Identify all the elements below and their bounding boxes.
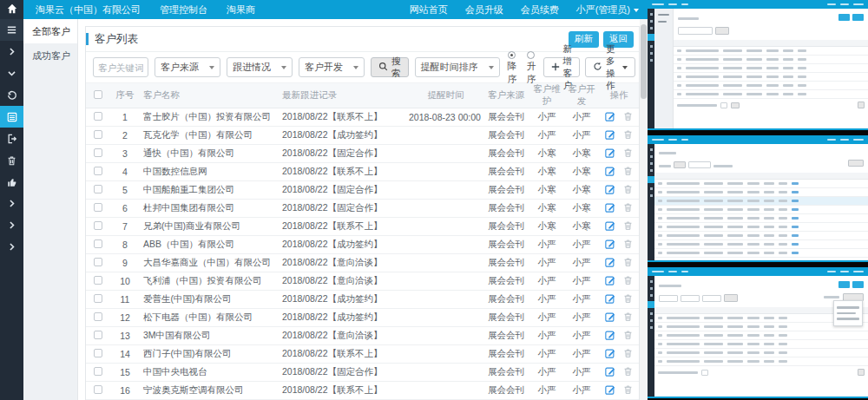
delete-button[interactable] (623, 148, 633, 160)
sidebar-item-all-customers[interactable]: 全部客户 (23, 19, 77, 43)
delete-button[interactable] (623, 348, 633, 360)
develop-select[interactable]: 客户开发 (299, 57, 365, 77)
delete-button[interactable] (623, 384, 633, 397)
row-checkbox[interactable] (94, 167, 102, 175)
delete-button[interactable] (623, 129, 633, 141)
refresh-button[interactable]: 刷新 (569, 31, 599, 48)
nav-member-renew[interactable]: 会员续费 (521, 3, 559, 16)
nav-admin-console[interactable]: 管理控制台 (160, 3, 207, 16)
edit-button[interactable] (605, 166, 615, 178)
delete-button[interactable] (623, 184, 633, 196)
row-checkbox[interactable] (94, 258, 102, 266)
app-body: 全部客户 成功客户 客户列表 刷新 返回 客户来源 (0, 19, 648, 400)
row-number: 9 (110, 254, 140, 272)
edit-button[interactable] (605, 111, 615, 123)
source-select[interactable]: 客户来源 (155, 57, 220, 77)
edit-button[interactable] (605, 184, 615, 196)
sidebar-icon-button[interactable] (0, 84, 23, 106)
delete-button[interactable] (623, 166, 633, 178)
preview-window-3[interactable] (648, 267, 868, 398)
delete-button[interactable] (623, 366, 633, 378)
preview-window-1[interactable] (648, 0, 868, 130)
sidebar-icon-button[interactable] (0, 128, 23, 149)
row-checkbox[interactable] (94, 130, 102, 139)
nav-shop[interactable]: 淘果商 (227, 3, 255, 16)
nav-site-home[interactable]: 网站首页 (410, 3, 448, 16)
sidebar-icon-button[interactable] (0, 214, 23, 236)
edit-button[interactable] (605, 148, 615, 160)
row-checkbox[interactable] (94, 385, 102, 394)
edit-button[interactable] (605, 330, 615, 342)
followup-select[interactable]: 跟进情况 (227, 57, 293, 77)
row-checkbox[interactable] (94, 294, 102, 303)
row-checkbox[interactable] (94, 349, 102, 357)
home-button[interactable] (0, 0, 23, 19)
undo-icon (7, 90, 17, 101)
edit-button[interactable] (605, 257, 615, 269)
delete-button[interactable] (623, 275, 633, 287)
edit-button[interactable] (605, 129, 615, 141)
edit-button[interactable] (605, 348, 615, 360)
sidebar-icon-button[interactable] (0, 62, 23, 84)
row-checkbox[interactable] (94, 185, 102, 193)
row-checkbox[interactable] (94, 112, 102, 121)
customer-source: 展会会刊 (483, 364, 529, 382)
edit-button[interactable] (605, 366, 615, 378)
customer-developer: 小严 (564, 272, 599, 291)
row-checkbox[interactable] (94, 221, 102, 230)
top-navbar: 淘果云（中国）有限公司 管理控制台 淘果商 网站首页 会员升级 会员续费 小严(… (0, 0, 648, 19)
sort-select[interactable]: 提醒时间排序 (415, 57, 500, 77)
delete-button[interactable] (623, 330, 633, 342)
delete-button[interactable] (623, 257, 633, 269)
sidebar-icon-button[interactable] (0, 41, 23, 62)
sidebar-icon-button[interactable] (0, 193, 23, 214)
mini-table-row (654, 180, 868, 188)
delete-button[interactable] (623, 293, 633, 305)
customer-source: 展会会刊 (483, 236, 529, 254)
edit-button[interactable] (605, 275, 615, 287)
mini-table-row (654, 188, 868, 197)
edit-button[interactable] (605, 220, 615, 233)
more-operations-button[interactable]: 更多操作 (585, 57, 635, 77)
sidebar-icon-button[interactable] (0, 236, 23, 258)
user-menu[interactable]: 小严(管理员) (576, 3, 639, 16)
preview-window-2[interactable] (648, 135, 868, 262)
nav-company[interactable]: 淘果云（中国）有限公司 (36, 3, 141, 16)
radio-asc[interactable]: 升序 (527, 49, 537, 86)
sidebar-icon-button[interactable] (0, 149, 23, 171)
delete-button[interactable] (623, 239, 633, 251)
customer-maintainer: 小寒 (529, 181, 564, 200)
search-button[interactable]: 搜索 (371, 57, 409, 77)
scrollbar-thumb[interactable] (641, 24, 647, 99)
delete-button[interactable] (623, 220, 633, 233)
delete-button[interactable] (623, 202, 633, 214)
edit-button[interactable] (605, 239, 615, 251)
edit-button[interactable] (605, 293, 615, 305)
icon-sidebar (0, 19, 23, 400)
row-checkbox[interactable] (94, 203, 102, 212)
select-all-checkbox[interactable] (94, 90, 102, 99)
sidebar-icon-button[interactable] (0, 171, 23, 193)
customer-developer: 小寒 (564, 218, 599, 236)
row-checkbox[interactable] (94, 367, 102, 376)
row-checkbox[interactable] (94, 331, 102, 339)
row-checkbox[interactable] (94, 239, 102, 248)
edit-button[interactable] (605, 311, 615, 324)
edit-button[interactable] (605, 202, 615, 214)
mini-topbar (648, 0, 868, 9)
row-checkbox[interactable] (94, 148, 102, 157)
keyword-input[interactable] (93, 57, 148, 77)
add-customer-button[interactable]: 新增客户 (543, 57, 581, 77)
edit-button[interactable] (605, 384, 615, 397)
vertical-scrollbar[interactable] (640, 19, 648, 400)
delete-button[interactable] (623, 111, 633, 123)
delete-button[interactable] (623, 311, 633, 324)
sidebar-icon-button[interactable] (0, 19, 23, 41)
row-checkbox[interactable] (94, 312, 102, 321)
sidebar-icon-button[interactable] (0, 106, 23, 128)
sidebar-item-success-customers[interactable]: 成功客户 (23, 43, 77, 68)
col-remind: 提醒时间 (409, 83, 483, 108)
row-checkbox[interactable] (94, 276, 102, 285)
nav-member-upgrade[interactable]: 会员升级 (465, 3, 503, 16)
radio-desc[interactable]: 降序 (508, 49, 518, 86)
